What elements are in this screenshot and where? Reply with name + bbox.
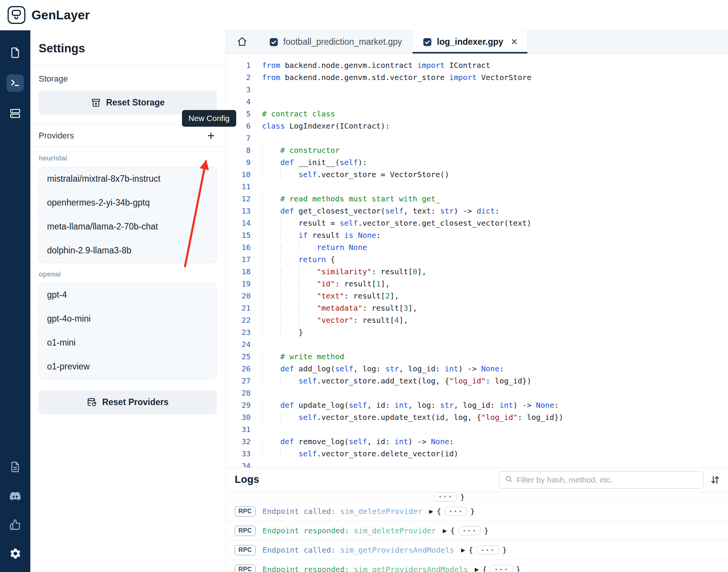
provider-model-item[interactable]: o1-mini (39, 331, 217, 355)
log-label: Endpoint responded: (262, 526, 349, 535)
logs-filter[interactable] (499, 471, 704, 489)
new-config-tooltip: New Config (182, 110, 236, 127)
code-line: 14 result = self.vector_store.get_closes… (226, 217, 728, 229)
code-line: 10 self.vector_store = VectorStore() (226, 168, 728, 181)
line-number: 11 (226, 181, 251, 193)
log-message: Endpoint called:sim_deleteProvider (262, 507, 422, 516)
log-method: sim_getProvidersAndModels (354, 565, 468, 572)
code-line: 11 (226, 181, 728, 193)
line-number: 31 (226, 423, 251, 435)
log-message: Endpoint responded:sim_getProvidersAndMo… (262, 565, 468, 572)
provider-model-item[interactable]: meta-llama/llama-2-70b-chat (39, 215, 217, 239)
code-line: 19 "id": result[1], (226, 278, 728, 290)
code-line: 15 if result is None: (226, 229, 728, 241)
log-message: Endpoint responded:sim_deleteProvider (262, 526, 436, 535)
code-line: 31 (226, 423, 728, 435)
feedback-rail-button[interactable] (6, 516, 24, 533)
providers-section-label: Providers (39, 131, 74, 141)
code-line: 26 def add_log(self, log: str, log_id: i… (226, 363, 728, 375)
code-line: 20 "text": result[2], (226, 290, 728, 302)
log-method: sim_deleteProvider (340, 507, 422, 516)
settings-panel: Settings Storage Reset Storage Providers… (30, 30, 226, 572)
ellipsis-pill[interactable]: ··· (458, 526, 481, 535)
line-number: 1 (226, 59, 251, 71)
new-config-button[interactable]: + (205, 129, 217, 142)
logs-header: Logs (226, 468, 728, 492)
home-tab-button[interactable] (226, 30, 259, 53)
storage-rail-button[interactable] (6, 105, 24, 122)
line-number: 8 (226, 144, 251, 156)
provider-model-item[interactable]: o1-preview (39, 355, 217, 379)
divider (30, 146, 225, 147)
gear-icon (9, 547, 22, 560)
providers-header: Providers + (39, 129, 217, 142)
storage-section-label: Storage (39, 74, 217, 84)
code-editor[interactable]: 1from backend.node.genvm.icontract impor… (226, 54, 728, 467)
provider-model-item[interactable]: mistralai/mixtral-8x7b-instruct (39, 167, 217, 191)
code-line: 33 self.vector_store.delete_vector(id) (226, 448, 728, 460)
tab-football-prediction-market[interactable]: football_prediction_market.gpy (259, 30, 413, 53)
discord-rail-button[interactable] (6, 487, 24, 504)
log-method: sim_deleteProvider (354, 526, 436, 535)
line-number: 9 (226, 156, 251, 168)
expand-icon: ▶ (461, 547, 465, 553)
sort-icon[interactable] (710, 475, 720, 485)
ellipsis-pill[interactable]: ··· (445, 507, 467, 516)
docs-rail-button[interactable] (6, 458, 24, 476)
logs-panel: Logs ···}RPCEndpoint called:sim_deletePr… (226, 467, 728, 572)
terminal-rail-button[interactable] (6, 74, 24, 92)
rpc-badge: RPC (235, 545, 256, 555)
file-checked-icon (269, 38, 278, 47)
code-line: 29 def update_log(self, id: int, log: st… (226, 399, 728, 411)
page-title: Settings (39, 42, 217, 55)
tab-log-indexer[interactable]: log_indexer.gpy × (413, 30, 528, 53)
code-line: 16 return None (226, 241, 728, 253)
log-row[interactable]: RPCEndpoint called:sim_deleteProvider▶{·… (226, 502, 728, 521)
ellipsis-pill[interactable]: ··· (490, 565, 513, 572)
archive-x-icon (91, 98, 101, 108)
discord-icon (9, 490, 21, 501)
provider-group-label: openai (39, 270, 217, 278)
ellipsis-pill[interactable]: ··· (477, 545, 499, 555)
file-checked-icon (423, 38, 432, 47)
code-line: 23 } (226, 326, 728, 338)
log-row[interactable]: ···} (226, 492, 728, 502)
reset-providers-button[interactable]: Reset Providers (39, 390, 217, 414)
ellipsis-pill[interactable]: ··· (434, 492, 457, 501)
close-tab-icon[interactable]: × (511, 37, 517, 47)
line-number: 2 (226, 71, 251, 83)
log-row[interactable]: RPCEndpoint called:sim_getProvidersAndMo… (226, 541, 728, 560)
log-expander[interactable]: ▶{···} (461, 545, 507, 555)
line-number: 32 (226, 435, 251, 448)
line-number: 17 (226, 253, 251, 266)
log-row[interactable]: RPCEndpoint responded:sim_deleteProvider… (226, 521, 728, 541)
line-number: 30 (226, 411, 251, 423)
provider-model-item[interactable]: dolphin-2.9-llama3-8b (39, 239, 217, 262)
line-number: 22 (226, 314, 251, 326)
provider-model-item[interactable]: gpt-4 (39, 283, 217, 307)
line-number: 24 (226, 338, 251, 350)
log-row[interactable]: RPCEndpoint responded:sim_getProvidersAn… (226, 560, 728, 572)
line-number: 33 (226, 448, 251, 460)
thumbs-up-icon (9, 519, 21, 530)
logs-filter-input[interactable] (516, 475, 698, 484)
code-line: 2from backend.node.genvm.std.vector_stor… (226, 71, 728, 83)
settings-rail-button[interactable] (6, 545, 24, 562)
terminal-icon (9, 77, 21, 89)
line-number: 19 (226, 278, 251, 290)
code-line: 7 (226, 132, 728, 144)
code-line: 24 (226, 338, 728, 350)
storage-icon (9, 108, 21, 119)
provider-model-item[interactable]: openhermes-2-yi-34b-gptq (39, 191, 217, 215)
log-expander[interactable]: ▶{···} (475, 565, 521, 572)
line-number: 23 (226, 326, 251, 338)
line-number: 3 (226, 83, 251, 96)
provider-group-label: heuristai (39, 154, 217, 162)
log-expander[interactable]: ▶{···} (443, 526, 489, 535)
line-number: 13 (226, 205, 251, 217)
code-line: 12 # read methods must start with get_ (226, 193, 728, 205)
log-expander[interactable]: ▶{···} (429, 507, 475, 516)
provider-model-item[interactable]: gpt-4o-mini (39, 307, 217, 331)
files-rail-button[interactable] (6, 44, 24, 61)
line-number: 25 (226, 350, 251, 363)
